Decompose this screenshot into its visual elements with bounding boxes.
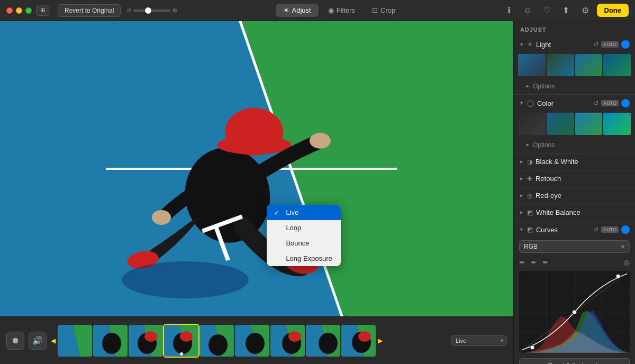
eyedropper-dark-icon[interactable]: ✒ (519, 258, 525, 267)
svg-point-52 (530, 345, 534, 350)
tab-crop[interactable]: ⊡ Crop (365, 4, 403, 17)
tab-filters[interactable]: ◉ Filters (321, 4, 362, 17)
color-toggle[interactable] (621, 99, 630, 107)
retouch-expand-triangle: ▼ (519, 176, 524, 181)
live-select-wrapper[interactable]: Live Loop Bounce Long Exposure ▼ (451, 335, 507, 346)
filmstrip-thumb-5[interactable] (199, 325, 234, 357)
photo-area: ✓ Live Loop Bounce Long Exposure (0, 21, 513, 364)
dropdown-item-bounce[interactable]: Bounce (267, 235, 341, 251)
color-auto-badge[interactable]: AUTO (601, 100, 619, 106)
curves-section-header[interactable]: ▼ ◩ Curves ↺ AUTO (514, 221, 635, 238)
zoom-out-icon: ⊟ (127, 7, 131, 13)
color-title: Color (537, 99, 590, 107)
color-reset-icon[interactable]: ↺ (593, 99, 598, 107)
color-section-header[interactable]: ▼ ◯ Color ↺ AUTO (514, 95, 635, 112)
curves-tools: ✒ ✒ ✒ ◎ (514, 256, 635, 269)
dropdown-item-loop[interactable]: Loop (267, 220, 341, 235)
color-preview-strip (514, 112, 635, 139)
reset-adjustments-button[interactable]: Reset Adjustments (519, 358, 630, 364)
zoom-track[interactable] (133, 10, 170, 12)
svg-point-36 (288, 331, 301, 342)
svg-point-53 (573, 310, 577, 314)
dropdown-item-long-exposure[interactable]: Long Exposure (267, 251, 341, 266)
window-mode-button[interactable]: ⊞ (36, 5, 49, 16)
emoji-button[interactable]: ☺ (521, 3, 536, 18)
redeye-section-header[interactable]: ▼ ◎ Red-eye (514, 187, 635, 204)
light-toggle[interactable] (621, 40, 630, 49)
close-button[interactable] (6, 7, 13, 14)
wb-section-header[interactable]: ▼ ◩ White Balance (514, 204, 635, 221)
zoom-slider-container: ⊟ ⊞ (127, 7, 177, 13)
color-thumb-1[interactable] (518, 113, 546, 135)
light-section-header[interactable]: ▼ ☀ Light ↺ AUTO (514, 36, 635, 53)
color-controls: ↺ AUTO (593, 99, 630, 107)
light-thumb-3[interactable] (575, 54, 603, 76)
filmstrip-thumb-7[interactable] (270, 325, 305, 357)
curves-toggle[interactable] (621, 225, 630, 234)
volume-button[interactable]: 🔊 (29, 332, 47, 350)
maximize-button[interactable] (25, 7, 32, 14)
retouch-section-header[interactable]: ▼ ✚ Retouch (514, 170, 635, 187)
svg-point-29 (208, 334, 228, 356)
settings-button[interactable]: ⚙ (578, 3, 593, 18)
curves-target-icon[interactable]: ◎ (623, 258, 630, 267)
rgb-select-wrapper[interactable]: RGB Red Green Blue Luminance ▼ (519, 240, 630, 253)
bw-section-header[interactable]: ▼ ◑ Black & White (514, 153, 635, 170)
dropdown-item-live[interactable]: ✓ Live (267, 205, 341, 220)
color-thumb-2[interactable] (547, 113, 574, 135)
light-controls: ↺ AUTO (593, 40, 630, 49)
color-thumb-3[interactable] (575, 113, 603, 135)
color-expand-triangle: ▼ (519, 101, 524, 106)
light-thumb-2[interactable] (547, 54, 574, 76)
right-panel: ADJUST ▼ ☀ Light ↺ AUTO ▼ Opt (513, 21, 635, 364)
titlebar: ⊞ Revert to Original ⊟ ⊞ ☀ Adjust ◉ Filt… (0, 0, 635, 21)
wb-section: ▼ ◩ White Balance (514, 204, 635, 221)
filmstrip-thumb-3[interactable] (129, 325, 163, 357)
light-thumb-1[interactable] (518, 54, 546, 76)
curves-svg (519, 271, 630, 353)
minimize-button[interactable] (16, 7, 22, 14)
filmstrip-thumb-8[interactable] (306, 325, 340, 357)
share-button[interactable]: ⬆ (559, 3, 574, 18)
zoom-thumb[interactable] (145, 7, 151, 14)
bottom-strip: ⏺ 🔊 ◀ (0, 316, 513, 364)
filmstrip-thumb-1[interactable] (58, 325, 92, 357)
filmstrip-thumb-6[interactable] (235, 325, 269, 357)
curves-canvas[interactable] (519, 271, 630, 353)
svg-point-54 (616, 274, 620, 278)
svg-point-10 (152, 210, 171, 225)
tab-adjust[interactable]: ☀ Adjust (276, 4, 319, 17)
eyedropper-light-icon[interactable]: ✒ (542, 258, 549, 267)
panel-title: ADJUST (514, 21, 635, 36)
retouch-section: ▼ ✚ Retouch (514, 170, 635, 187)
toolbar-tabs: ☀ Adjust ◉ Filters ⊡ Crop (181, 4, 497, 17)
info-button[interactable]: ℹ (502, 3, 516, 18)
light-preview-strip (514, 53, 635, 80)
color-thumb-4[interactable] (603, 113, 631, 135)
curves-reset-icon[interactable]: ↺ (593, 226, 598, 233)
check-icon: ✓ (274, 209, 282, 216)
light-reset-icon[interactable]: ↺ (593, 41, 598, 48)
light-auto-badge[interactable]: AUTO (601, 41, 619, 48)
zoom-in-icon: ⊞ (173, 7, 177, 13)
svg-point-43 (358, 331, 371, 342)
color-options-label: Options (533, 141, 555, 149)
filmstrip-thumb-2[interactable] (93, 325, 128, 357)
rgb-channel-select[interactable]: RGB Red Green Blue Luminance (519, 240, 630, 253)
filmstrip-thumb-9[interactable] (341, 325, 376, 357)
done-button[interactable]: Done (597, 4, 629, 17)
revert-button[interactable]: Revert to Original (58, 4, 121, 17)
light-thumb-4[interactable] (603, 54, 631, 76)
heart-button[interactable]: ♡ (540, 3, 555, 18)
heart-icon: ♡ (543, 5, 551, 15)
live-mode-dropdown[interactable]: ✓ Live Loop Bounce Long Exposure (267, 205, 341, 266)
light-options-row[interactable]: ▼ Options (514, 80, 635, 94)
selected-dot (180, 352, 183, 356)
eyedropper-mid-icon[interactable]: ✒ (531, 258, 537, 267)
record-button[interactable]: ⏺ (6, 332, 24, 350)
svg-point-11 (122, 261, 249, 298)
live-mode-select[interactable]: Live Loop Bounce Long Exposure (451, 335, 507, 346)
color-options-row[interactable]: ▼ Options (514, 139, 635, 153)
filmstrip-thumb-4[interactable] (164, 325, 198, 357)
curves-auto-badge[interactable]: AUTO (601, 226, 619, 233)
